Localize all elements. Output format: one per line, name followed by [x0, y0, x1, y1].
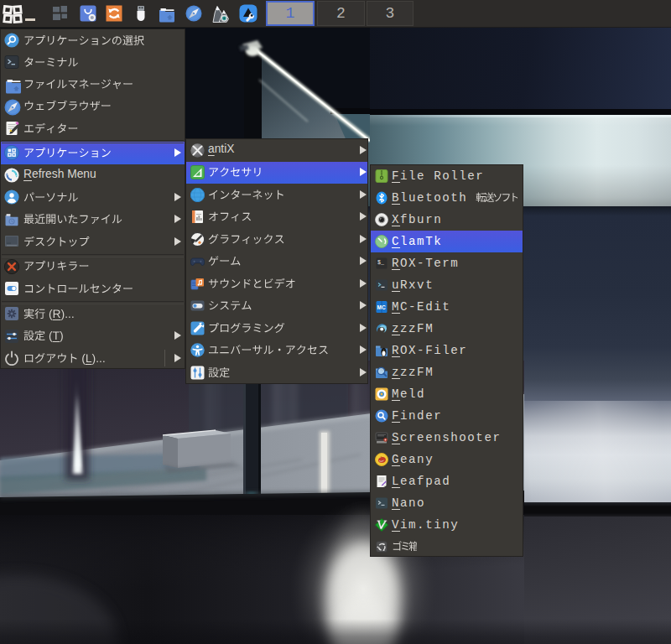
- svg-text:$_: $_: [377, 260, 384, 266]
- svg-text:MC: MC: [377, 304, 386, 309]
